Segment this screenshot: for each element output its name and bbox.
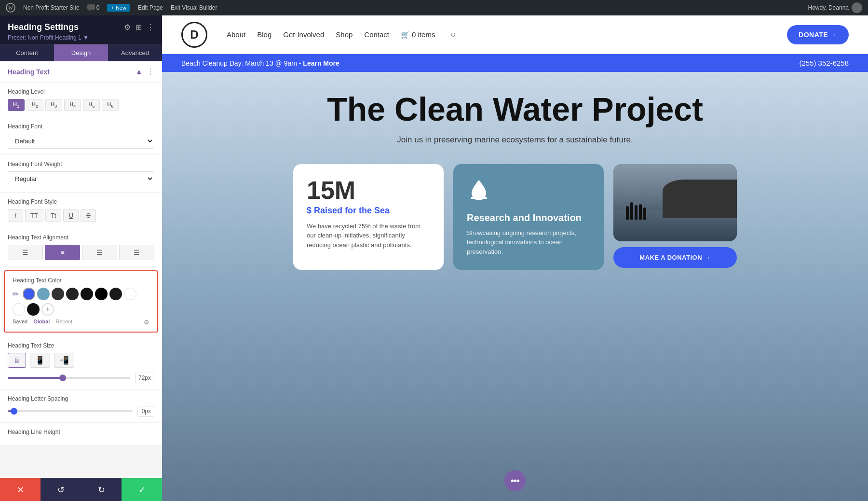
section-title: Heading Text: [8, 68, 50, 76]
nav-cart[interactable]: 🛒 0 items: [401, 30, 435, 39]
h1-button[interactable]: H1: [8, 99, 25, 111]
color-swatch-white2[interactable]: [13, 303, 25, 316]
color-swatch-darkgray[interactable]: [109, 288, 122, 300]
panel-icons: ⚙ ⊞ ⋮: [124, 23, 154, 32]
section-actions: ▲ ⋮: [135, 67, 154, 76]
strikethrough-button[interactable]: S: [81, 209, 96, 222]
donate-button[interactable]: DONATE →: [787, 25, 849, 44]
admin-bar: W Non Profit Starter Site 0 + New Edit P…: [0, 0, 868, 15]
section-more-icon[interactable]: ⋮: [147, 67, 154, 76]
h6-button[interactable]: H6: [102, 99, 119, 111]
mobile-device-btn[interactable]: 📲: [54, 353, 74, 368]
align-right-button[interactable]: ☰: [82, 245, 117, 260]
heading-text-size-label: Heading Text Size: [8, 342, 154, 349]
svg-text:W: W: [8, 5, 13, 11]
italic-button[interactable]: I: [8, 209, 23, 222]
panel-header: Heading Settings ⚙ ⊞ ⋮ Preset: Non Profi…: [0, 15, 162, 44]
heading-font-style-field: Heading Font Style I TT Tt U S: [0, 193, 162, 228]
align-justify-button[interactable]: ☰: [119, 245, 154, 260]
card-image: [613, 164, 737, 241]
letter-spacing-slider[interactable]: [8, 410, 133, 412]
undo-button[interactable]: ↺: [41, 478, 81, 501]
heading-font-style-label: Heading Font Style: [8, 198, 154, 205]
panel-more-icon[interactable]: ⋮: [147, 23, 154, 32]
size-value[interactable]: 72px: [135, 373, 154, 383]
color-swatch-black2[interactable]: [27, 303, 40, 316]
nav-shop[interactable]: Shop: [336, 30, 353, 39]
comment-bubble[interactable]: 0: [87, 4, 100, 11]
section-collapse-icon[interactable]: ▲: [135, 68, 143, 76]
heading-font-select[interactable]: Default: [8, 134, 154, 149]
h3-button[interactable]: H3: [45, 99, 62, 111]
dots-menu-button[interactable]: •••: [504, 470, 526, 491]
color-swatch-white[interactable]: [124, 288, 136, 300]
panel-columns-icon[interactable]: ⊞: [136, 23, 142, 32]
announcement-text: Beach Cleanup Day: March 13 @ 9am - Lear…: [181, 59, 339, 67]
panel-settings-icon[interactable]: ⚙: [124, 23, 131, 32]
tab-design[interactable]: Design: [54, 44, 108, 61]
left-panel: Heading Settings ⚙ ⊞ ⋮ Preset: Non Profi…: [0, 15, 162, 501]
size-slider[interactable]: [8, 377, 130, 379]
heading-line-height-label: Heading Line Height: [8, 429, 154, 435]
nav-blog[interactable]: Blog: [257, 30, 271, 39]
announcement-link[interactable]: Learn More: [303, 59, 339, 67]
tablet-device-btn[interactable]: 📱: [30, 353, 50, 368]
search-icon[interactable]: ○: [450, 29, 456, 40]
comment-count: 0: [96, 4, 100, 11]
color-settings-icon[interactable]: ⚙: [144, 319, 149, 326]
heading-font-weight-select[interactable]: Regular: [8, 171, 154, 186]
color-swatch-dark2[interactable]: [66, 288, 79, 300]
heading-letter-spacing-label: Heading Letter Spacing: [8, 395, 154, 402]
nav-about[interactable]: About: [227, 30, 245, 39]
panel-preset[interactable]: Preset: Non Profit Heading 1 ▼: [8, 34, 154, 41]
align-center-button[interactable]: ≡: [45, 245, 80, 260]
tab-advanced[interactable]: Advanced: [108, 44, 162, 61]
color-tab-global[interactable]: Global: [33, 319, 50, 326]
color-swatch-blue[interactable]: [23, 288, 35, 300]
heading-text-section-header: Heading Text ▲ ⋮: [0, 61, 162, 83]
nav-get-involved[interactable]: Get-Involved: [283, 30, 324, 39]
color-tab-saved[interactable]: Saved: [13, 319, 27, 326]
svg-rect-4: [471, 197, 487, 199]
color-swatch-lightblue[interactable]: [37, 288, 50, 300]
nav-contact[interactable]: Contact: [364, 30, 389, 39]
new-btn[interactable]: + New: [107, 4, 130, 12]
howdy-section: Howdy, Deanna: [808, 2, 863, 13]
size-slider-row: 72px: [8, 373, 154, 383]
redo-button[interactable]: ↻: [81, 478, 122, 501]
heading-level-field: Heading Level H1 H2 H3 H4 H5 H6: [0, 83, 162, 117]
uppercase-button[interactable]: TT: [25, 209, 43, 222]
letter-spacing-value[interactable]: 0px: [137, 406, 154, 417]
card-photo: MAKE A DONATION →: [613, 164, 737, 270]
heading-line-height-field: Heading Line Height: [0, 423, 162, 445]
heading-font-field: Heading Font Default: [0, 117, 162, 155]
heading-level-label: Heading Level: [8, 88, 154, 95]
color-swatch-dark3[interactable]: [81, 288, 93, 300]
site-name[interactable]: Non Profit Starter Site: [23, 4, 80, 11]
heading-level-buttons: H1 H2 H3 H4 H5 H6: [8, 99, 154, 111]
heading-font-weight-label: Heading Font Weight: [8, 161, 154, 167]
panel-title: Heading Settings: [8, 22, 79, 32]
color-add-button[interactable]: +: [41, 303, 54, 316]
howdy-text: Howdy, Deanna: [808, 4, 849, 11]
color-swatch-black[interactable]: [95, 288, 108, 300]
save-button[interactable]: ✓: [122, 478, 162, 501]
align-left-button[interactable]: ☰: [8, 245, 43, 260]
h4-button[interactable]: H4: [64, 99, 81, 111]
tab-content[interactable]: Content: [0, 44, 54, 61]
underline-button[interactable]: U: [63, 209, 79, 222]
edit-page-link[interactable]: Edit Page: [138, 4, 163, 11]
color-swatch-dark1[interactable]: [52, 288, 64, 300]
svg-rect-2: [87, 4, 95, 10]
h2-button[interactable]: H2: [27, 99, 43, 111]
close-button[interactable]: ✕: [0, 478, 41, 501]
desktop-device-btn[interactable]: 🖥: [8, 353, 26, 368]
exit-builder-link[interactable]: Exit Visual Builder: [171, 4, 217, 11]
color-edit-icon[interactable]: ✏: [13, 290, 19, 299]
color-tab-recent[interactable]: Recent: [55, 319, 72, 326]
h5-button[interactable]: H5: [83, 99, 100, 111]
card-raised: 15M $ Raised for the Sea We have recycle…: [293, 164, 444, 270]
capitalize-button[interactable]: Tt: [45, 209, 62, 222]
svg-marker-3: [89, 10, 91, 11]
make-donation-button[interactable]: MAKE A DONATION →: [613, 247, 737, 268]
